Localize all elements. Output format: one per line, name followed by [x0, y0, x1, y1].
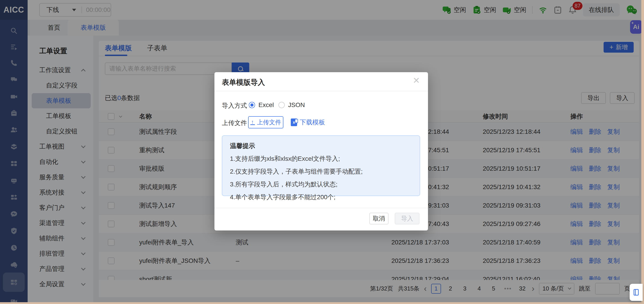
- tip-line: 3.所有字段导入后，样式均为默认状态;: [230, 180, 412, 189]
- import-mode-row: 导入方式： Excel JSON: [214, 99, 428, 111]
- upload-row: 上传文件： ↑ 上传文件 x 下载模板: [214, 116, 428, 128]
- tips-title: 温馨提示: [230, 142, 412, 150]
- dialog-header: 表单模版导入 ✕: [214, 72, 428, 91]
- radio-json[interactable]: [278, 102, 285, 108]
- upload-file-button[interactable]: ↑ 上传文件: [248, 116, 284, 128]
- desktop-edge-bottom: [0, 302, 644, 304]
- tip-line: 1.支持后缀为xls和xlsx的Excel文件导入;: [230, 155, 412, 163]
- tip-line: 2.仅支持字段导入，子表单与组件需要手动配置;: [230, 167, 412, 176]
- cancel-button[interactable]: 取消: [370, 213, 388, 224]
- tips-box: 温馨提示 1.支持后缀为xls和xlsx的Excel文件导入; 2.仅支持字段导…: [222, 135, 420, 196]
- upload-icon: ↑: [250, 120, 255, 125]
- help-book-widget[interactable]: [630, 284, 643, 301]
- excel-file-icon: x: [291, 118, 297, 126]
- import-dialog: 表单模版导入 ✕ 导入方式： Excel JSON 上传文件： ↑ 上传文件 x…: [214, 72, 428, 230]
- book-icon: [632, 288, 640, 296]
- dialog-footer: 取消 导入: [214, 208, 428, 230]
- confirm-import-button[interactable]: 导入: [395, 213, 420, 224]
- radio-excel[interactable]: [249, 102, 255, 108]
- app-root: AICC 下线 00:00:00 空闲: [0, 0, 644, 304]
- tip-line: 4.单个表单导入字段最多不能过200个;: [230, 193, 412, 202]
- radio-excel-label[interactable]: Excel: [258, 101, 274, 109]
- download-template-link[interactable]: x 下载模板: [291, 118, 325, 127]
- desktop-edge-right: [641, 0, 644, 304]
- dialog-title: 表单模版导入: [222, 78, 265, 87]
- import-mode-label: 导入方式：: [222, 101, 253, 110]
- close-icon[interactable]: ✕: [413, 76, 420, 85]
- radio-json-label[interactable]: JSON: [288, 101, 305, 109]
